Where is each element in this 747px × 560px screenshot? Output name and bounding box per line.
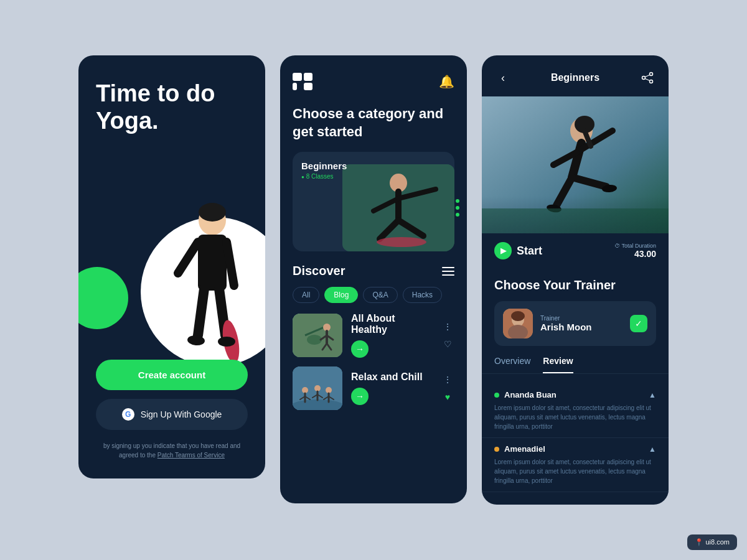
heart-chill-icon[interactable]: ♥ [441,390,454,404]
duration-info: ⏱ Total Duration 43.00 [614,243,656,259]
category-card-beginners[interactable]: Beginners ● 8 Classes [293,152,454,251]
article-healthy-arrow[interactable]: → [351,340,369,358]
reviewer2-name: Amenadiel [504,444,644,454]
tab-overview[interactable]: Overview [494,356,530,373]
svg-point-43 [650,80,653,83]
share-button[interactable] [639,69,656,86]
filter-tabs: All Blog Q&A Hacks [293,287,454,303]
category-classes: ● 8 Classes [301,173,446,180]
svg-point-54 [546,203,562,213]
trainer-info: Trainer Arish Moon [540,315,622,332]
trainer-label: Trainer [540,315,622,322]
svg-line-44 [646,75,650,77]
dot2 [456,206,459,210]
start-label: Start [517,245,542,258]
tab-review[interactable]: Review [543,356,573,373]
tab-all[interactable]: All [293,287,319,303]
reviewer1-row: Ananda Buan ▲ [494,390,656,399]
screens-container: Time to do Yoga. Create account G Sign U… [78,55,669,505]
reviewer1-text: Lorem ipsum dolor sit amet, consectetur … [494,403,656,431]
play-icon: ▶ [494,242,512,259]
trainer-card[interactable]: Trainer Arish Moon ✓ [494,301,656,346]
share-chill-icon[interactable]: ⋮ [441,373,454,386]
article-chill: Relax and Chill → ⋮ ♥ [293,366,454,410]
screen-detail: ‹ Beginners [482,55,669,505]
screen3-title: Beginners [551,72,599,83]
svg-point-41 [650,73,653,76]
svg-line-4 [227,242,234,286]
trainer-avatar [503,309,533,338]
article-chill-arrow[interactable]: → [351,388,369,405]
logo-sq1 [293,73,302,81]
article-chill-thumb [293,366,342,410]
category-label: Beginners [301,161,446,171]
reviewer1-name: Ananda Buan [504,390,644,399]
reviewer2-arrow[interactable]: ▲ [649,445,656,454]
start-bar: ▶ Start ⏱ Total Duration 43.00 [482,233,669,268]
reviewer2-text: Lorem ipsum dolor sit amet, consectetur … [494,457,656,485]
reviewer2-dot [494,447,499,452]
article-healthy-title: All About Healthy [351,313,432,335]
start-button[interactable]: ▶ Start [494,242,542,259]
screen3-header: ‹ Beginners [482,55,669,96]
reviewer1-arrow[interactable]: ▲ [649,391,656,399]
article-chill-meta: Relax and Chill → [351,371,432,405]
article-healthy: All About Healthy → ⋮ ♡ [293,313,454,358]
tab-hacks[interactable]: Hacks [403,287,442,303]
svg-point-1 [199,203,226,222]
svg-line-5 [198,289,204,335]
green-circle [78,267,128,329]
dot1 [456,199,459,203]
heart-article-icon[interactable]: ♡ [441,337,454,351]
tab-blog[interactable]: Blog [324,287,358,303]
yoga-hero-image [482,96,669,233]
article-healthy-thumb [293,314,342,357]
logo-sq4 [304,83,313,91]
article-chill-title: Relax and Chill [351,371,432,383]
terms-link[interactable]: Patch Tearms of Service [157,452,225,459]
category-section-title: Choose a category and get started [293,105,454,141]
choose-trainer-title: Choose Your Trainer [494,278,656,292]
hero-title: Time to do Yoga. [96,80,248,134]
svg-point-17 [377,237,426,247]
create-account-button[interactable]: Create account [96,360,248,390]
watermark: 📍 ui8.com [687,534,737,550]
article-healthy-meta: All About Healthy → [351,313,432,358]
reviewer2-row: Amenadiel ▲ [494,444,656,454]
google-btn-label: Sign Up With Google [141,409,222,419]
svg-line-3 [178,242,198,273]
bell-icon[interactable]: 🔔 [439,74,454,89]
terms-text: by signing up you indicate that you have… [96,441,248,460]
tab-qa[interactable]: Q&A [363,287,397,303]
screen-onboarding: Time to do Yoga. Create account G Sign U… [78,55,265,478]
google-signup-button[interactable]: G Sign Up With Google [96,399,248,430]
dots-menu[interactable] [456,199,459,217]
back-button[interactable]: ‹ [494,69,512,86]
logo-sq2 [304,73,313,81]
review-item-1: Ananda Buan ▲ Lorem ipsum dolor sit amet… [482,384,669,438]
trainer-name: Arish Moon [540,322,622,332]
article-chill-actions: → [351,388,432,405]
logo-icon [293,73,312,90]
svg-point-42 [642,77,646,80]
choose-trainer-section: Choose Your Trainer Trainer Arish Moon ✓ [482,268,669,356]
svg-point-9 [218,337,235,347]
duration-label: ⏱ Total Duration [614,243,656,249]
discover-title: Discover [293,264,345,278]
reviewer1-dot [494,393,499,398]
discover-header: Discover [293,264,454,278]
svg-rect-57 [482,208,669,233]
share-article-icon[interactable]: ⋮ [441,320,454,334]
screen1-bottom: Create account G Sign Up With Google by … [96,360,248,460]
hamburger-icon[interactable] [442,267,454,276]
logo-sq3 [293,83,297,91]
screen2-header: 🔔 [293,73,454,90]
check-icon: ✓ [630,315,647,332]
svg-line-45 [646,79,650,81]
dot3 [456,213,459,217]
article-healthy-actions: → [351,340,432,358]
hero-text: Time to do Yoga. [96,80,248,147]
article-healthy-icons: ⋮ ♡ [441,320,454,351]
svg-rect-2 [198,235,227,291]
svg-point-60 [511,311,525,321]
